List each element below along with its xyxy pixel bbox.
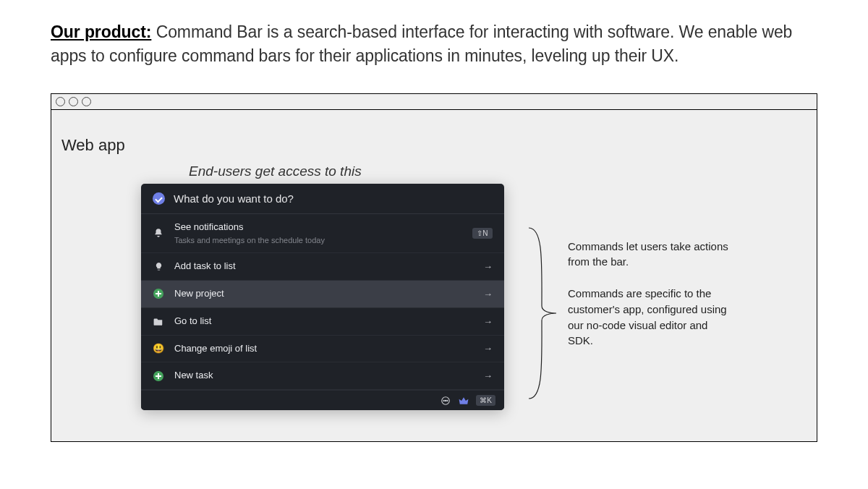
checkmark-badge-icon [153,192,165,205]
command-title: New task [174,370,473,382]
plus-circle-icon [153,288,164,299]
end-users-caption: End-users get access to this [189,163,362,179]
command-title: Change emoji of list [174,343,473,355]
arrow-right-icon: → [483,289,493,299]
bell-icon [153,227,164,239]
svg-point-3 [447,400,448,401]
command-title: New project [174,288,473,300]
arrow-right-icon: → [483,370,493,381]
window-control-minimize[interactable] [69,97,78,106]
plus-circle-icon [153,370,164,382]
command-go-to-list[interactable]: Go to list → [141,308,504,336]
product-headline: Our product: Command Bar is a search-bas… [51,20,817,69]
window-control-zoom[interactable] [82,97,91,106]
curly-brace-icon [522,226,558,400]
headline-rest: Command Bar is a search-based interface … [51,22,792,65]
window-control-close[interactable] [56,97,65,106]
crown-icon[interactable] [458,395,469,406]
search-placeholder: What do you want to do? [174,192,294,205]
chat-icon[interactable] [440,395,451,406]
svg-point-1 [443,400,444,401]
command-new-project[interactable]: New project → [141,281,504,308]
command-bar: What do you want to do? See notification… [141,184,504,411]
footer-shortcut-badge: ⌘K [476,395,495,406]
command-new-task[interactable]: New task → [141,362,504,390]
web-app-label: Web app [61,136,125,155]
shortcut-badge: ⇧N [472,228,493,239]
command-subtitle: Tasks and meetings on the schedule today [174,235,462,245]
annotation-p1: Commands let users take actions from the… [568,239,734,271]
command-title: Add task to list [174,260,473,273]
lightbulb-icon [153,260,164,272]
arrow-right-icon: → [483,261,493,272]
command-see-notifications[interactable]: See notifications Tasks and meetings on … [141,214,504,253]
annotation-p2: Commands are specific to the customer's … [568,286,734,349]
command-title: See notifications [174,221,462,234]
headline-lead: Our product: [51,22,151,41]
command-bar-footer: ⌘K [141,390,504,410]
annotation-block: Commands let users take actions from the… [568,239,734,349]
folder-icon [153,315,164,327]
command-title: Go to list [174,315,473,328]
command-bar-search-row[interactable]: What do you want to do? [141,184,504,214]
window-titlebar [51,94,817,110]
command-change-emoji[interactable]: 😃 Change emoji of list → [141,336,504,363]
browser-window: Web app End-users get access to this Wha… [51,93,817,442]
command-add-task[interactable]: Add task to list → [141,253,504,281]
emoji-icon: 😃 [153,343,164,354]
arrow-right-icon: → [483,343,493,354]
arrow-right-icon: → [483,316,493,327]
svg-point-2 [445,400,446,401]
